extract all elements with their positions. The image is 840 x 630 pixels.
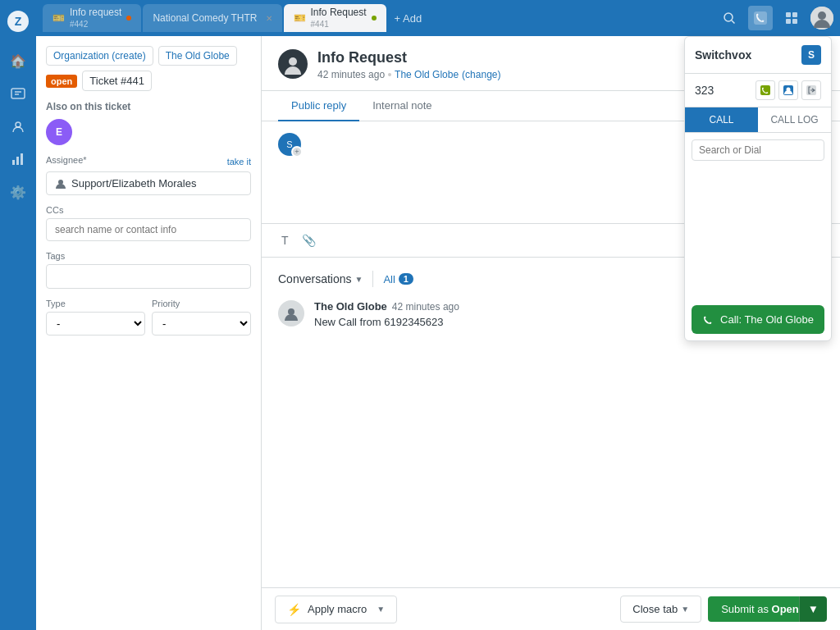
popup-search-input[interactable] <box>692 139 824 161</box>
bottom-bar: ⚡ Apply macro ▼ Close tab ▼ Submit as Op… <box>262 587 840 630</box>
popup-tab-call[interactable]: CALL <box>685 107 758 132</box>
popup-header: Switchvox S <box>685 37 831 74</box>
ticket-avatar <box>278 49 308 79</box>
svg-rect-15 <box>792 19 797 24</box>
conv-divider <box>372 271 373 287</box>
app-logo[interactable]: Z <box>3 7 33 36</box>
text-format-tool[interactable]: T <box>278 231 292 250</box>
tab-close-comedy[interactable]: ✕ <box>266 14 272 23</box>
search-icon-header[interactable] <box>717 6 742 30</box>
tab-info-request-441[interactable]: 🎫 Info Request #441 <box>284 4 386 32</box>
tags-section: Tags <box>46 251 251 289</box>
conversations-chevron: ▼ <box>355 275 363 284</box>
type-select[interactable]: - <box>46 312 145 336</box>
priority-label: Priority <box>152 299 251 308</box>
popup-logo: S <box>801 45 821 65</box>
tab-comedy[interactable]: National Comedy THTR ✕ <box>143 4 281 32</box>
ccs-input[interactable] <box>46 218 251 241</box>
assignee-section: Assignee* take it Support/Elizabeth Mora… <box>46 155 251 195</box>
ticket-meta-dot <box>388 73 391 76</box>
svg-rect-13 <box>792 12 797 17</box>
reply-tab-internal[interactable]: Internal note <box>359 91 445 121</box>
tab-dot-441 <box>372 16 377 21</box>
svg-point-26 <box>288 308 294 315</box>
add-reply-cc-button[interactable]: + <box>291 146 303 158</box>
svg-point-5 <box>16 122 21 127</box>
phone-icon-header[interactable] <box>748 6 773 30</box>
popup-tab-call-log[interactable]: CALL LOG <box>758 107 831 132</box>
svg-rect-2 <box>11 89 25 98</box>
ticket-meta: 42 minutes ago The Old Globe (change) <box>317 69 500 80</box>
ticket-org-link[interactable]: The Old Globe <box>395 69 459 80</box>
apply-macro-button[interactable]: ⚡ Apply macro ▼ <box>275 596 397 623</box>
popup-title: Switchvox <box>695 48 751 62</box>
submit-chevron-button[interactable]: ▼ <box>799 596 827 622</box>
reply-avatar-wrapper: S + <box>278 131 301 156</box>
reply-tab-public[interactable]: Public reply <box>278 91 359 121</box>
add-tab-button[interactable]: + Add <box>388 12 429 25</box>
grid-icon-header[interactable] <box>779 6 804 30</box>
svg-point-17 <box>818 11 826 20</box>
nav-tickets[interactable] <box>3 79 33 108</box>
svg-rect-14 <box>786 19 791 24</box>
submit-button[interactable]: Submit as Open <box>708 596 799 622</box>
popup-contacts-icon[interactable] <box>778 80 798 100</box>
svg-rect-6 <box>12 160 15 165</box>
user-avatar-header[interactable] <box>810 7 833 30</box>
conversations-dropdown[interactable]: Conversations ▼ <box>278 272 363 285</box>
ccs-section: CCs <box>46 205 251 241</box>
top-bar-wrapper: 🎫 Info request #442 National Comedy THTR… <box>36 0 840 36</box>
switchvox-popup: Switchvox S 323 <box>684 36 832 341</box>
type-section: Type - <box>46 299 145 336</box>
nav-home[interactable]: 🏠 <box>3 46 33 75</box>
ccs-label: CCs <box>46 205 251 215</box>
priority-select[interactable]: - <box>152 312 251 336</box>
nav-users[interactable] <box>3 112 33 141</box>
popup-number-row: 323 <box>685 74 831 107</box>
svg-text:Z: Z <box>15 15 22 28</box>
assignee-take-link[interactable]: take it <box>227 157 251 167</box>
popup-call-button[interactable]: Call: The Old Globe <box>692 305 824 334</box>
popup-logout-icon[interactable] <box>801 80 821 100</box>
nav-settings[interactable]: ⚙️ <box>3 177 33 207</box>
nav-reports[interactable] <box>3 144 33 174</box>
svg-rect-12 <box>786 12 791 17</box>
popup-search-area <box>685 133 831 167</box>
tags-field[interactable] <box>46 264 251 289</box>
tab-bar: 🎫 Info request #442 National Comedy THTR… <box>36 0 840 36</box>
tab-bar-right <box>717 6 833 30</box>
ticket-sidebar: Organization (create) The Old Globe open… <box>36 36 262 630</box>
ticket-icon-442: 🎫 <box>52 12 65 24</box>
type-priority-row: Type - Priority - <box>46 299 251 336</box>
ticket-icon-441: 🎫 <box>294 12 306 24</box>
popup-icons <box>756 80 821 100</box>
tab-title-comedy: National Comedy THTR <box>153 12 257 24</box>
conversations-filter-all[interactable]: All 1 <box>383 273 413 285</box>
svg-line-10 <box>732 21 735 24</box>
macro-lightning-icon: ⚡ <box>287 603 301 616</box>
ticket-change-link[interactable]: (change) <box>462 69 500 80</box>
ticket-title: Info Request <box>317 49 500 66</box>
breadcrumb-oldglobe[interactable]: The Old Globe <box>158 46 237 66</box>
conv-user-avatar <box>278 300 304 326</box>
attach-tool[interactable]: 📎 <box>299 231 319 250</box>
submit-button-group: Submit as Open ▼ <box>708 596 827 622</box>
conv-time: 42 minutes ago <box>392 301 459 313</box>
also-on-ticket-label: Also on this ticket <box>46 101 251 112</box>
tab-info-request-442[interactable]: 🎫 Info request #442 <box>43 4 141 32</box>
close-tab-button[interactable]: Close tab ▼ <box>620 596 701 623</box>
priority-section: Priority - <box>152 299 251 336</box>
also-on-ticket-section: Also on this ticket E <box>46 101 251 145</box>
conversations-count: 1 <box>399 273 413 285</box>
close-tab-chevron: ▼ <box>681 605 689 614</box>
tab-dot-442 <box>126 16 131 21</box>
breadcrumb-ticket[interactable]: Ticket #441 <box>82 71 152 91</box>
breadcrumb-organization[interactable]: Organization (create) <box>46 46 153 66</box>
popup-number: 323 <box>695 84 714 97</box>
macro-chevron-icon: ▼ <box>377 605 385 614</box>
popup-call-icon[interactable] <box>756 80 775 100</box>
tab-title-442: Info request #442 <box>70 7 121 30</box>
svg-point-24 <box>289 57 297 66</box>
svg-rect-18 <box>760 85 770 95</box>
assignee-field[interactable]: Support/Elizabeth Morales <box>46 171 251 195</box>
